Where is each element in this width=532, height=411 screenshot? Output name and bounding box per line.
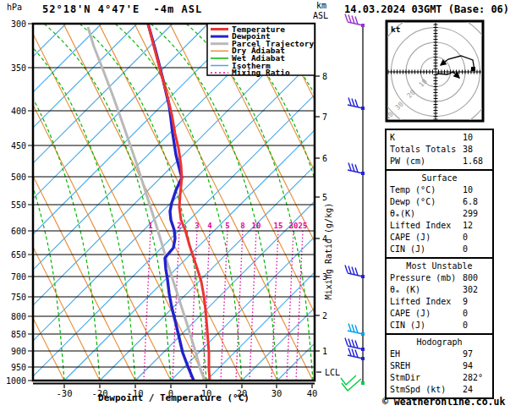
indices-panel: K10Totals Totals38PW (cm)1.68SurfaceTemp…: [385, 129, 494, 399]
km-tick-label: 5: [322, 193, 327, 202]
pressure-tick-label: 750: [11, 293, 26, 302]
wind-barb: [345, 266, 365, 279]
pressure-tick-label: 400: [11, 107, 26, 116]
wet-adiabat-line: [222, 24, 348, 381]
panel-row: EH97: [387, 348, 492, 360]
mixing-ratio-value: 5: [225, 222, 229, 230]
mixing-ratio-value: 15: [274, 222, 283, 230]
isotherm-line: [0, 24, 350, 381]
sounding-page: 1234581015202530035040045050055060065070…: [0, 0, 532, 411]
panel-row-label: EH: [390, 348, 463, 360]
legend-item-label: Mixing Ratio: [232, 68, 290, 77]
pressure-tick-label: 950: [11, 363, 26, 372]
panel-title: Surface: [387, 173, 492, 184]
panel-row-label: CAPE (J): [390, 308, 463, 320]
barb-feather: [352, 267, 354, 275]
panel-row-value: 24: [463, 384, 489, 396]
panel-row: θₑ(K)299: [387, 208, 492, 220]
panel-row-value: 94: [463, 360, 489, 372]
barb-feather: [348, 324, 351, 332]
legend: TemperatureDewpointParcel TrajectoryDry …: [207, 24, 315, 77]
mixing-ratio-value: 25: [299, 222, 308, 230]
barb-feather: [345, 338, 348, 346]
panel-row-value: 0: [463, 232, 489, 244]
pressure-tick-label: 900: [11, 347, 26, 356]
barb-feather: [348, 163, 351, 171]
wind-barb: [345, 338, 365, 352]
panel-box-1: SurfaceTemp (°C)10Dewp (°C)6.8θₑ(K)299Li…: [385, 169, 494, 259]
pressure-tick-label: 650: [11, 250, 26, 260]
panel-row-value: 6.8: [463, 196, 489, 208]
panel-row: CIN (J)0: [387, 244, 492, 255]
panel-row: Pressure (mb)800: [387, 272, 492, 284]
panel-row: PW (cm)1.68: [387, 156, 492, 167]
barb-feather: [348, 348, 351, 356]
barb-stem: [348, 170, 363, 173]
wet-adiabat-line: [186, 24, 313, 381]
panel-row: StmSpd (kt)24: [387, 384, 492, 396]
barb-stem: [348, 105, 363, 108]
panel-row: Lifted Index9: [387, 296, 492, 308]
pressure-unit-label: hPa: [7, 3, 22, 12]
pressure-tick-label: 450: [11, 141, 26, 151]
panel-row: CAPE (J)0: [387, 308, 492, 320]
pressure-tick-label: 1000: [6, 376, 26, 386]
wet-adiabat-line: [8, 24, 135, 381]
panel-title: Most Unstable: [387, 260, 492, 272]
km-tick-label: 2: [322, 311, 327, 321]
barb-feather: [348, 98, 351, 106]
panel-box-0: K10Totals Totals38PW (cm)1.68: [385, 129, 494, 171]
barb-feather: [355, 165, 358, 173]
pressure-tick-label: 600: [11, 227, 26, 236]
panel-row: Temp (°C)10: [387, 184, 492, 196]
calm-wind-symbol: [341, 375, 365, 391]
panel-row: CIN (J)0: [387, 320, 492, 332]
panel-row: Dewp (°C)6.8: [387, 196, 492, 208]
mixing-ratio-line: [236, 230, 243, 381]
profile-lines: [88, 24, 210, 381]
panel-row-label: Lifted Index: [390, 220, 463, 232]
wind-barb: [348, 98, 365, 111]
barb-stem: [348, 22, 363, 25]
panel-box-3: HodographEH97SREH94StmDir282°StmSpd (kt)…: [385, 333, 494, 399]
barb-feather: [348, 266, 351, 274]
wind-barb-column: [341, 14, 365, 392]
wet-adiabat-line: [44, 24, 171, 381]
mixing-ratio-value: 10: [252, 222, 261, 230]
panel-row-label: StmDir: [390, 372, 463, 384]
panel-row-label: SREH: [390, 360, 463, 372]
wet-adiabat-line: [257, 24, 384, 381]
km-tick-label: 1: [322, 347, 327, 356]
barb-feather: [355, 100, 358, 107]
pressure-tick-label: 800: [11, 312, 26, 321]
wind-barb: [345, 14, 365, 28]
pressure-tick-label: 550: [11, 200, 26, 210]
barb-marker: [361, 381, 365, 385]
panel-row-label: Totals Totals: [390, 144, 463, 156]
panel-row-label: Pressure (mb): [390, 272, 463, 284]
barb-stem: [348, 331, 363, 334]
panel-row-value: 299: [463, 208, 489, 220]
panel-row: Lifted Index12: [387, 220, 492, 232]
km-tick-label: 8: [322, 72, 327, 81]
wind-barb: [348, 163, 365, 176]
hodograph-unit-label: kt: [391, 25, 400, 34]
hodograph: 10203040kt: [376, 13, 495, 131]
station-title: 52°18'N 4°47'E -4m ASL: [42, 3, 202, 15]
barb-feather: [352, 325, 354, 332]
km-tick-label: 6: [322, 154, 327, 163]
panel-row-label: θₑ (K): [390, 284, 463, 296]
mixing-ratio-line: [221, 230, 228, 381]
barb-feather: [352, 349, 354, 357]
pressure-tick-label: 700: [11, 272, 26, 282]
lcl-label: LCL: [325, 368, 340, 377]
barb-feather: [348, 15, 351, 23]
barb-feather: [352, 99, 354, 107]
barb-feather: [352, 340, 354, 348]
mixing-ratio-value: 20: [289, 222, 299, 230]
panel-row-label: Temp (°C): [390, 184, 463, 196]
barb-stem: [348, 346, 363, 349]
panel-row-label: StmSpd (kt): [390, 384, 463, 396]
panel-row-label: K: [390, 132, 463, 144]
panel-row-value: 9: [463, 296, 489, 308]
